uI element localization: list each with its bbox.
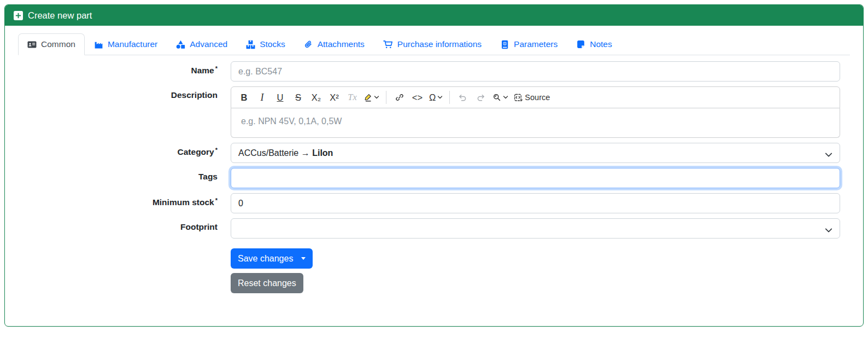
tab-bar: Common Manufacturer Advanced Stocks — [18, 33, 850, 55]
card-header: Create new part — [5, 5, 863, 26]
reset-button[interactable]: Reset changes — [231, 273, 303, 293]
cart-icon — [383, 40, 393, 49]
tab-common[interactable]: Common — [18, 33, 85, 55]
tags-input[interactable] — [231, 168, 840, 188]
tab-manufacturer[interactable]: Manufacturer — [85, 33, 167, 55]
category-label: Category* — [18, 143, 218, 163]
highlight-button[interactable] — [362, 89, 382, 106]
name-row: Name* — [18, 61, 840, 82]
description-editor: B I U S X₂ X² Tx — [231, 86, 840, 138]
tab-label: Notes — [590, 39, 612, 49]
tab-label: Attachments — [318, 39, 365, 49]
link-icon — [395, 93, 404, 102]
description-placeholder: e.g. NPN 45V, 0,1A, 0,5W — [241, 117, 342, 126]
superscript-button[interactable]: X² — [326, 89, 343, 106]
description-row: Description B I U S X₂ X² Tx — [18, 86, 840, 138]
tab-parameters[interactable]: Parameters — [491, 33, 567, 55]
caret-down-icon[interactable] — [301, 257, 306, 260]
source-icon — [514, 93, 523, 102]
shapes-icon — [176, 40, 185, 49]
tab-label: Parameters — [514, 39, 558, 49]
card-body: Common Manufacturer Advanced Stocks — [5, 26, 863, 326]
actions-row: Save changes Reset changes — [18, 248, 840, 293]
special-character-button[interactable]: Ω — [427, 89, 445, 106]
tags-row: Tags — [18, 168, 840, 188]
page-title: Create new part — [28, 10, 92, 21]
redo-icon — [476, 94, 485, 102]
chevron-down-icon — [825, 150, 832, 160]
chevron-down-icon — [503, 95, 508, 100]
factory-icon — [94, 40, 103, 49]
strikethrough-button[interactable]: S — [290, 89, 307, 106]
tab-attachments[interactable]: Attachments — [295, 33, 374, 55]
category-value: ACCus/Batterie → LiIon — [238, 148, 333, 158]
category-row: Category* ACCus/Batterie → LiIon — [18, 143, 840, 163]
undo-button — [454, 89, 471, 106]
save-label: Save changes — [238, 254, 293, 264]
plus-square-icon — [14, 11, 23, 20]
boxes-icon — [246, 40, 255, 49]
chevron-down-icon — [437, 95, 443, 100]
redo-button — [472, 89, 489, 106]
bold-button[interactable]: B — [236, 89, 253, 106]
undo-icon — [458, 94, 467, 102]
required-marker: * — [215, 65, 218, 72]
name-input[interactable] — [231, 61, 840, 82]
editor-toolbar: B I U S X₂ X² Tx — [231, 86, 840, 108]
source-button[interactable]: Source — [512, 89, 552, 106]
chevron-down-icon — [374, 95, 379, 100]
create-part-card: Create new part Common Manufacturer Adva… — [4, 4, 864, 327]
source-label: Source — [525, 93, 550, 102]
description-editable[interactable]: e.g. NPN 45V, 0,1A, 0,5W — [231, 108, 840, 138]
toolbar-divider — [386, 91, 386, 104]
sticky-note-icon — [576, 40, 585, 49]
reset-label: Reset changes — [238, 278, 296, 288]
part-form: Name* Description B I U S X₂ X² Tx — [18, 61, 850, 298]
italic-button[interactable]: I — [254, 89, 271, 106]
required-marker: * — [215, 147, 218, 153]
chevron-down-icon — [825, 225, 832, 235]
omega-glyph: Ω — [429, 92, 436, 103]
footprint-select[interactable] — [231, 218, 840, 239]
tab-label: Stocks — [260, 39, 285, 49]
tab-stocks[interactable]: Stocks — [237, 33, 295, 55]
subscript-button[interactable]: X₂ — [308, 89, 325, 106]
book-icon — [500, 40, 509, 49]
tab-label: Common — [41, 39, 75, 49]
remove-format-button: Tx — [344, 89, 361, 106]
minimum-stock-label: Minimum stock* — [18, 193, 218, 213]
paperclip-icon — [304, 40, 313, 49]
description-label: Description — [18, 86, 218, 138]
minimum-stock-input[interactable] — [231, 193, 840, 213]
link-button[interactable] — [391, 89, 408, 106]
tags-label: Tags — [18, 168, 218, 188]
tab-label: Manufacturer — [108, 39, 157, 49]
tab-purchase-informations[interactable]: Purchase informations — [374, 33, 491, 55]
required-marker: * — [215, 197, 218, 204]
marker-icon — [364, 94, 372, 102]
id-card-icon — [27, 40, 37, 49]
toolbar-divider — [449, 91, 450, 104]
underline-button[interactable]: U — [272, 89, 289, 106]
tab-label: Advanced — [190, 39, 227, 49]
category-select[interactable]: ACCus/Batterie → LiIon — [231, 143, 840, 163]
footprint-row: Footprint — [18, 218, 840, 239]
code-button[interactable]: <> — [409, 89, 426, 106]
magnifier-icon — [492, 93, 501, 102]
find-replace-button[interactable] — [490, 89, 511, 106]
tab-label: Purchase informations — [397, 39, 482, 49]
save-button[interactable]: Save changes — [231, 248, 313, 269]
tab-notes[interactable]: Notes — [567, 33, 621, 55]
minimum-stock-row: Minimum stock* — [18, 193, 840, 213]
name-label: Name* — [18, 61, 218, 82]
footprint-label: Footprint — [18, 218, 218, 239]
tab-advanced[interactable]: Advanced — [167, 33, 237, 55]
